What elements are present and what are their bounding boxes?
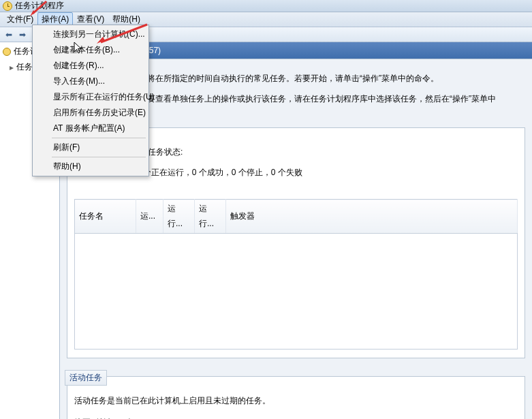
- action-menu-dropdown: 连接到另一台计算机(C)... 创建基本任务(B)... 创建任务(R)... …: [32, 25, 149, 176]
- menu-separator: [52, 157, 146, 157]
- menu-item-create-task[interactable]: 创建任务(R)...: [34, 58, 147, 74]
- menu-item-refresh[interactable]: 刷新(F): [34, 140, 147, 155]
- table-row: [75, 234, 518, 350]
- menu-item-show-running[interactable]: 显示所有正在运行的任务(U): [34, 89, 147, 105]
- column-header-trigger[interactable]: 触发器: [226, 200, 518, 234]
- menu-item-create-basic-task[interactable]: 创建基本任务(B)...: [34, 42, 147, 58]
- tree-node-label: 任务: [16, 61, 33, 73]
- menu-item-import-task[interactable]: 导入任务(M)...: [34, 74, 147, 89]
- task-status-table: 任务名 运... 运行... 运行... 触发器: [74, 199, 518, 350]
- active-tasks-description: 活动任务是当前已在此计算机上启用且未过期的任务。: [74, 394, 518, 409]
- menu-separator: [52, 138, 146, 138]
- column-header-task-name[interactable]: 任务名: [75, 200, 136, 234]
- window-titlebar: 任务计划程序: [0, 0, 532, 12]
- window-title-text: 任务计划程序: [15, 0, 64, 12]
- column-header-run-end[interactable]: 运行...: [195, 200, 226, 234]
- menu-item-connect-computer[interactable]: 连接到另一台计算机(C)...: [34, 27, 147, 42]
- tree-expand-icon: ▸: [10, 63, 14, 72]
- menu-item-at-service[interactable]: AT 服务帐户配置(A): [34, 121, 147, 136]
- menu-item-help[interactable]: 帮助(H): [34, 159, 147, 174]
- toolbar-forward-button[interactable]: ➡: [16, 29, 29, 41]
- app-icon: [3, 1, 12, 11]
- panel-title: 活动任务: [65, 370, 107, 386]
- scheduler-icon: [3, 48, 11, 56]
- menu-item-enable-history[interactable]: 启用所有任务历史记录(E): [34, 105, 147, 121]
- active-tasks-summary: 摘要: 总计 49 个: [74, 416, 518, 419]
- column-header-run-start[interactable]: 运行...: [163, 200, 195, 234]
- toolbar-back-button[interactable]: ⬅: [3, 29, 15, 41]
- arrow-left-icon: ⬅: [5, 30, 12, 40]
- active-tasks-panel: 活动任务 活动任务是当前已在此计算机上启用且未过期的任务。 摘要: 总计 49 …: [67, 376, 525, 419]
- arrow-right-icon: ➡: [19, 30, 26, 40]
- column-header-run[interactable]: 运...: [136, 200, 163, 234]
